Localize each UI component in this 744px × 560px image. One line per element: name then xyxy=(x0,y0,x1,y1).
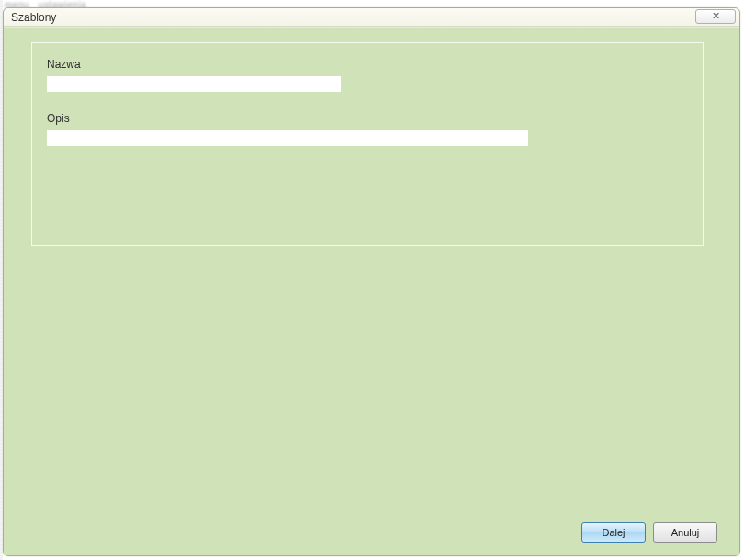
button-row: Dalej Anuluj xyxy=(31,522,721,544)
content-area: Nazwa Opis Dalej Anuluj xyxy=(4,27,739,555)
form-panel: Nazwa Opis xyxy=(31,42,704,246)
name-label: Nazwa xyxy=(47,58,688,71)
cancel-button[interactable]: Anuluj xyxy=(653,522,717,543)
name-input[interactable] xyxy=(47,76,341,92)
dialog-window: Szablony ✕ Nazwa Opis Dalej Anuluj xyxy=(3,7,740,556)
spacer xyxy=(31,246,721,522)
description-label: Opis xyxy=(47,112,688,125)
dialog-title: Szablony xyxy=(11,11,56,24)
close-button[interactable]: ✕ xyxy=(695,9,736,24)
close-icon: ✕ xyxy=(712,10,720,22)
next-button[interactable]: Dalej xyxy=(581,522,646,543)
description-input[interactable] xyxy=(47,130,528,146)
titlebar: Szablony ✕ xyxy=(4,8,739,27)
